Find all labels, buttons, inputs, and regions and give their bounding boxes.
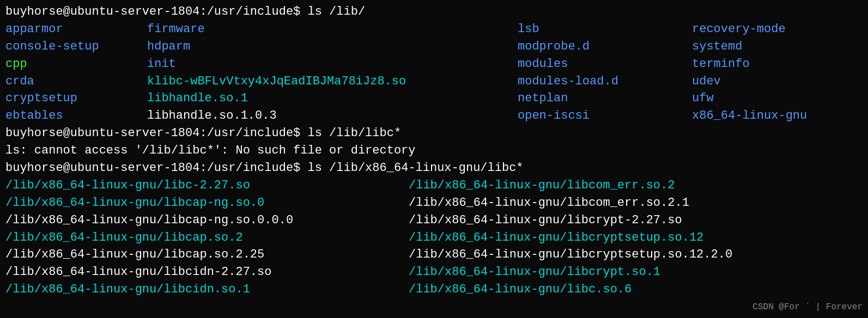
ls-col2: hdparm: [147, 38, 518, 56]
prompt-1: buyhorse@ubuntu-server-1804:/usr/include…: [5, 3, 308, 21]
ls-col4: systemd: [692, 38, 742, 56]
ls-col1: apparmor: [5, 21, 147, 38]
libc-results: /lib/x86_64-linux-gnu/libc-2.27.so/lib/x…: [5, 177, 863, 298]
libc-col1: /lib/x86_64-linux-gnu/libcap.so.2: [5, 229, 409, 247]
ls-col2: init: [147, 56, 518, 73]
libc-row: /lib/x86_64-linux-gnu/libcap.so.2.25/lib…: [5, 246, 863, 264]
ls-lib-row: cppinitmodulesterminfo: [5, 56, 863, 73]
libc-row: /lib/x86_64-linux-gnu/libcidn.so.1/lib/x…: [5, 281, 863, 298]
libc-col2: /lib/x86_64-linux-gnu/libcrypt.so.1: [409, 264, 660, 281]
ls-col2: firmware: [147, 21, 518, 38]
ls-lib-row: apparmorfirmwarelsbrecovery-mode: [5, 21, 863, 38]
libc-col2: /lib/x86_64-linux-gnu/libcryptsetup.so.1…: [409, 229, 703, 247]
libc-col1: /lib/x86_64-linux-gnu/libcidn-2.27.so: [5, 264, 409, 281]
ls-col1: cryptsetup: [5, 90, 147, 107]
ls-col1: console-setup: [5, 38, 147, 56]
libc-col1: /lib/x86_64-linux-gnu/libcidn.so.1: [5, 281, 409, 298]
command-line-3: buyhorse@ubuntu-server-1804:/usr/include…: [5, 160, 863, 177]
ls-lib-results: apparmorfirmwarelsbrecovery-modeconsole-…: [5, 21, 863, 125]
ls-col4: udev: [692, 73, 721, 90]
ls-lib-row: crdaklibc-wBFLvVtxy4xJqEadIBJMa78iJz8.so…: [5, 73, 863, 90]
terminal: buyhorse@ubuntu-server-1804:/usr/include…: [5, 3, 863, 298]
ls-col3: modprobe.d: [518, 38, 692, 56]
command-line-2: buyhorse@ubuntu-server-1804:/usr/include…: [5, 125, 863, 142]
ls-lib-row: console-setuphdparmmodprobe.dsystemd: [5, 38, 863, 56]
libc-col1: /lib/x86_64-linux-gnu/libcap-ng.so.0.0.0: [5, 212, 409, 229]
libc-row: /lib/x86_64-linux-gnu/libcap-ng.so.0/lib…: [5, 194, 863, 212]
ls-col2: libhandle.so.1: [147, 90, 518, 107]
libc-row: /lib/x86_64-linux-gnu/libc-2.27.so/lib/x…: [5, 177, 863, 194]
cmd-1: ls /lib/: [308, 3, 366, 21]
cmd-3: ls /lib/x86_64-linux-gnu/libc*: [308, 160, 524, 177]
libc-row: /lib/x86_64-linux-gnu/libcap.so.2/lib/x8…: [5, 229, 863, 247]
ls-col2: libhandle.so.1.0.3: [147, 107, 518, 125]
libc-col2: /lib/x86_64-linux-gnu/libcom_err.so.2: [409, 177, 675, 194]
libc-col2: /lib/x86_64-linux-gnu/libc.so.6: [409, 281, 632, 298]
ls-lib-row: cryptsetuplibhandle.so.1netplanufw: [5, 90, 863, 107]
ls-col3: open-iscsi: [518, 107, 692, 125]
ls-col4: ufw: [692, 90, 714, 107]
ls-col3: lsb: [518, 21, 692, 38]
libc-col2: /lib/x86_64-linux-gnu/libcom_err.so.2.1: [409, 194, 689, 212]
ls-col1: ebtables: [5, 107, 147, 125]
libc-row: /lib/x86_64-linux-gnu/libcidn-2.27.so/li…: [5, 264, 863, 281]
libc-col1: /lib/x86_64-linux-gnu/libcap.so.2.25: [5, 246, 409, 264]
ls-col3: netplan: [518, 90, 692, 107]
prompt-3: buyhorse@ubuntu-server-1804:/usr/include…: [5, 160, 308, 177]
ls-lib-row: ebtableslibhandle.so.1.0.3open-iscsix86_…: [5, 107, 863, 125]
command-line-1: buyhorse@ubuntu-server-1804:/usr/include…: [5, 3, 863, 21]
ls-col4: recovery-mode: [692, 21, 786, 38]
ls-col3: modules-load.d: [518, 73, 692, 90]
ls-col3: modules: [518, 56, 692, 73]
cmd-2: ls /lib/libc*: [308, 125, 402, 142]
prompt-2: buyhorse@ubuntu-server-1804:/usr/include…: [5, 125, 308, 142]
error-text: ls: cannot access '/lib/libc*': No such …: [5, 142, 416, 160]
ls-col4: terminfo: [692, 56, 750, 73]
libc-col1: /lib/x86_64-linux-gnu/libc-2.27.so: [5, 177, 409, 194]
libc-col2: /lib/x86_64-linux-gnu/libcryptsetup.so.1…: [409, 246, 732, 264]
libc-col2: /lib/x86_64-linux-gnu/libcrypt-2.27.so: [409, 212, 682, 229]
ls-col1: crda: [5, 73, 147, 90]
ls-col2: klibc-wBFLvVtxy4xJqEadIBJMa78iJz8.so: [147, 73, 518, 90]
error-line: ls: cannot access '/lib/libc*': No such …: [5, 142, 863, 160]
libc-col1: /lib/x86_64-linux-gnu/libcap-ng.so.0: [5, 194, 409, 212]
watermark: CSDN @For ` | Forever: [752, 301, 863, 314]
ls-col1: cpp: [5, 56, 147, 73]
libc-row: /lib/x86_64-linux-gnu/libcap-ng.so.0.0.0…: [5, 212, 863, 229]
ls-col4: x86_64-linux-gnu: [692, 107, 807, 125]
